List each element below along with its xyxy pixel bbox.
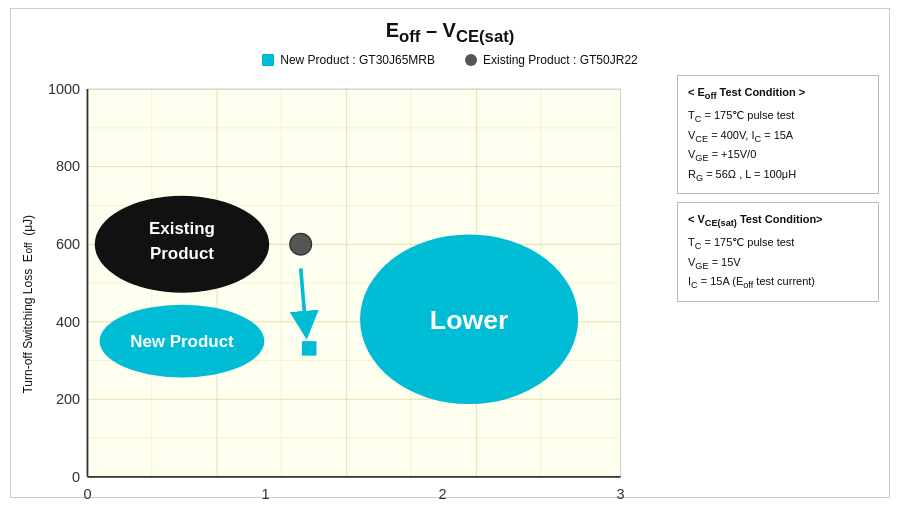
svg-text:400: 400 (56, 314, 80, 330)
legend: New Product : GT30J65MRB Existing Produc… (21, 53, 879, 67)
y-axis-label: Turn-off Switching Loss Eoff (μJ) (21, 75, 35, 506)
svg-text:600: 600 (56, 236, 80, 252)
eoff-title: < Eoff Test Condition > (688, 84, 868, 103)
eoff-line4: RG = 56Ω , L = 100μH (688, 166, 868, 185)
chart-svg: 1000 800 600 400 200 0 0 1 2 3 (39, 75, 669, 506)
svg-text:1: 1 (262, 486, 270, 502)
existing-bubble-text2: Product (150, 244, 214, 263)
svg-text:800: 800 (56, 158, 80, 174)
legend-existing-product: Existing Product : GT50JR22 (465, 53, 638, 67)
legend-existing-label: Existing Product : GT50JR22 (483, 53, 638, 67)
chart-container: Eoff – VCE(sat) New Product : GT30J65MRB… (10, 8, 890, 498)
svg-text:0: 0 (72, 469, 80, 485)
eoff-line3: VGE = +15V/0 (688, 146, 868, 165)
svg-text:2: 2 (438, 486, 446, 502)
chart-area: Turn-off Switching Loss Eoff (μJ) (21, 75, 879, 506)
legend-new-product: New Product : GT30J65MRB (262, 53, 435, 67)
vce-line1: TC = 175℃ pulse test (688, 234, 868, 253)
svg-text:3: 3 (616, 486, 624, 502)
existing-bubble-text: Existing (149, 219, 215, 238)
annotations-panel: < Eoff Test Condition > TC = 175℃ pulse … (669, 75, 879, 506)
legend-new-icon (262, 54, 274, 66)
svg-text:200: 200 (56, 391, 80, 407)
lower-bubble-text: Lower (430, 305, 508, 335)
plot-and-annotations: 1000 800 600 400 200 0 0 1 2 3 (39, 75, 879, 506)
legend-new-label: New Product : GT30J65MRB (280, 53, 435, 67)
svg-text:1000: 1000 (48, 81, 80, 97)
eoff-annotation: < Eoff Test Condition > TC = 175℃ pulse … (677, 75, 879, 194)
eoff-line2: VCE = 400V, IC = 15A (688, 127, 868, 146)
eoff-line1: TC = 175℃ pulse test (688, 107, 868, 126)
plot-area: 1000 800 600 400 200 0 0 1 2 3 (39, 75, 669, 506)
legend-existing-icon (465, 54, 477, 66)
vce-line3: IC = 15A (Eoff test current) (688, 273, 868, 292)
chart-inner: 1000 800 600 400 200 0 0 1 2 3 (39, 75, 879, 506)
chart-title: Eoff – VCE(sat) (21, 19, 879, 47)
vce-title: < VCE(sat) Test Condition> (688, 211, 868, 230)
vce-line2: VGE = 15V (688, 254, 868, 273)
existing-data-point (290, 233, 312, 255)
svg-text:0: 0 (83, 486, 91, 502)
vce-annotation: < VCE(sat) Test Condition> TC = 175℃ pul… (677, 202, 879, 302)
new-bubble-text: New Product (130, 332, 234, 351)
new-data-point (302, 341, 317, 356)
